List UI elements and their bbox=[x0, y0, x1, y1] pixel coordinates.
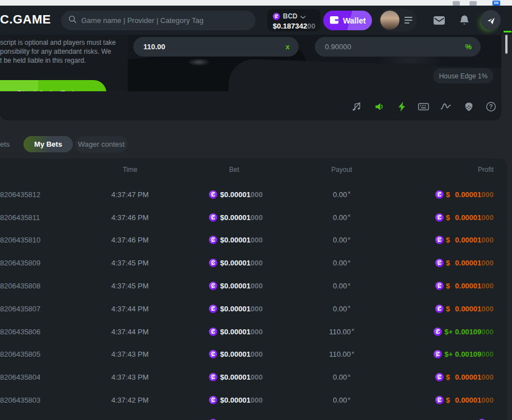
bet-amount: C $0.00001000 bbox=[209, 206, 263, 229]
bet-payout: 110.00× bbox=[302, 343, 381, 366]
bet-id: 8206435811 bbox=[0, 206, 40, 229]
browser-extension-icon[interactable] bbox=[469, 1, 477, 6]
bet-payout: 0.00× bbox=[302, 389, 381, 412]
bcd-coin-icon: C bbox=[434, 350, 442, 358]
bet-amount: C $0.00001000 bbox=[209, 274, 263, 297]
win-chance-input[interactable]: 0.90000 % bbox=[315, 37, 481, 57]
site-logo[interactable]: C.GAME bbox=[0, 12, 51, 27]
bcd-coin-icon: C bbox=[209, 236, 217, 244]
tab-my-bets[interactable]: My Bets bbox=[24, 136, 73, 152]
bet-payout: 0.00× bbox=[302, 274, 381, 297]
table-row[interactable]: 8206435807 4:37:44 PM C $0.00001000 0.00… bbox=[0, 297, 507, 320]
browser-extension-badge[interactable]: DE bbox=[492, 1, 500, 6]
table-row[interactable]: C C bbox=[0, 412, 507, 420]
turbo-icon[interactable] bbox=[396, 101, 407, 112]
svg-text:?: ? bbox=[489, 104, 492, 110]
bet-time: 4:37:47 PM bbox=[85, 183, 175, 206]
table-row[interactable]: 8206435811 4:37:46 PM C $0.00001000 0.00… bbox=[0, 206, 507, 229]
bet-profit: C $0.00001000 bbox=[435, 366, 494, 389]
wallet-button[interactable]: Wallet bbox=[323, 11, 372, 30]
bet-amount: C $0.00001000 bbox=[209, 320, 263, 343]
table-row[interactable]: 8206435805 4:37:43 PM C $0.00001000 110.… bbox=[0, 343, 507, 366]
wallet-button-label: Wallet bbox=[343, 16, 366, 25]
table-row[interactable]: 8206435810 4:37:46 PM C $0.00001000 0.00… bbox=[0, 229, 507, 252]
bet-profit: C $0.00001000 bbox=[435, 206, 494, 229]
bet-profit: C $0.00001000 bbox=[435, 229, 494, 252]
table-row[interactable]: 8206435803 4:37:42 PM C $0.00001000 0.00… bbox=[0, 389, 507, 412]
column-header-payout: Payout bbox=[302, 166, 381, 174]
chevron-down-icon bbox=[300, 11, 306, 21]
bet-payout: 0.00× bbox=[302, 229, 381, 252]
bet-time: 4:37:43 PM bbox=[85, 366, 175, 389]
game-toolbar: ? bbox=[0, 91, 501, 120]
bet-profit: C $+0.00109000 bbox=[434, 320, 494, 343]
sound-on-icon[interactable] bbox=[374, 101, 385, 112]
bet-amount: C $0.00001000 bbox=[209, 183, 263, 206]
help-icon[interactable]: ? bbox=[485, 101, 496, 112]
bcd-coin-icon: C bbox=[209, 373, 217, 381]
bet-payout: 0.00× bbox=[302, 251, 381, 274]
bell-icon[interactable] bbox=[459, 15, 469, 28]
bet-amount: C $0.00001000 bbox=[209, 229, 263, 252]
bcd-coin-icon: C bbox=[435, 213, 444, 222]
bcd-coin-icon: C bbox=[209, 213, 217, 222]
search-input[interactable]: Game name | Provider | Category Tag bbox=[61, 11, 255, 30]
bet-payout: 0.00× bbox=[302, 366, 381, 389]
bet-amount: C $0.00001000 bbox=[209, 251, 263, 274]
bcd-coin-icon: C bbox=[435, 396, 444, 404]
table-row[interactable]: 8206435806 4:37:44 PM C $0.00001000 110.… bbox=[0, 320, 507, 343]
bet-profit: C $+0.00109000 bbox=[434, 343, 494, 366]
table-header: Time Bet Payout Profit bbox=[0, 166, 507, 175]
bet-amount: C bbox=[209, 412, 220, 420]
bet-time: 4:37:45 PM bbox=[85, 251, 175, 274]
table-row[interactable]: 8206435808 4:37:45 PM C $0.00001000 0.00… bbox=[0, 274, 507, 297]
bet-id: 8206435812 bbox=[0, 183, 40, 206]
bcd-coin-icon: C bbox=[209, 259, 217, 267]
balance-selector[interactable]: C BCD $0.18734200 bbox=[267, 9, 320, 31]
profile-menu[interactable] bbox=[379, 9, 417, 31]
bet-id: 8206435808 bbox=[0, 274, 40, 297]
bet-payout bbox=[302, 412, 381, 420]
bcd-coin-icon: C bbox=[209, 396, 217, 404]
bet-profit: C bbox=[478, 412, 494, 420]
column-header-profit: Profit bbox=[478, 166, 494, 174]
bet-time: 4:37:43 PM bbox=[85, 343, 175, 366]
table-row[interactable]: 8206435809 4:37:45 PM C $0.00001000 0.00… bbox=[0, 251, 507, 274]
canvas-rock bbox=[184, 57, 214, 67]
mail-icon[interactable] bbox=[433, 16, 445, 27]
chat-disabled-icon[interactable] bbox=[481, 10, 501, 30]
bcd-coin-icon: C bbox=[435, 259, 444, 267]
tab-all-bets[interactable]: ets bbox=[0, 140, 10, 148]
bet-list-icon[interactable] bbox=[404, 17, 412, 25]
bet-time: 4:37:44 PM bbox=[85, 320, 175, 343]
bet-time: 4:37:45 PM bbox=[85, 274, 175, 297]
hotkeys-icon[interactable] bbox=[418, 101, 429, 112]
bet-payout: 0.00× bbox=[302, 206, 381, 229]
table-row[interactable]: 8206435812 4:37:47 PM C $0.00001000 0.00… bbox=[0, 183, 507, 206]
bcd-coin-icon: C bbox=[209, 350, 217, 358]
search-placeholder: Game name | Provider | Category Tag bbox=[81, 16, 203, 25]
table-row[interactable]: 8206435804 4:37:43 PM C $0.00001000 0.00… bbox=[0, 366, 507, 389]
bcd-coin-icon: C bbox=[434, 328, 442, 336]
payout-input[interactable]: 110.00 x bbox=[133, 37, 299, 57]
live-stats-icon[interactable] bbox=[440, 101, 452, 112]
bcd-coin-icon: C bbox=[273, 13, 280, 20]
seed-icon[interactable] bbox=[463, 101, 474, 112]
balance-amount-dim: 00 bbox=[307, 22, 315, 30]
bet-id: 8206435804 bbox=[0, 366, 40, 389]
scrollbar-thumb[interactable] bbox=[505, 35, 508, 54]
top-navbar: C.GAME Game name | Provider | Category T… bbox=[0, 6, 512, 35]
bet-time: 4:37:44 PM bbox=[85, 297, 175, 320]
balance-amount: $0.187342 bbox=[273, 22, 307, 30]
my-bets-table: Time Bet Payout Profit 8206435812 4:37:4… bbox=[0, 158, 507, 420]
avatar[interactable] bbox=[380, 11, 399, 30]
bet-payout: 110.00× bbox=[302, 320, 381, 343]
browser-extension-icon[interactable] bbox=[453, 1, 460, 6]
column-header-bet: Bet bbox=[201, 166, 268, 174]
bet-id: 8206435806 bbox=[0, 320, 40, 343]
bet-profit: C $0.00001000 bbox=[435, 251, 494, 274]
bet-id: 8206435805 bbox=[0, 343, 40, 366]
table-body: 8206435812 4:37:47 PM C $0.00001000 0.00… bbox=[0, 183, 507, 420]
tab-wager-contest[interactable]: Wager contest bbox=[75, 136, 128, 152]
music-off-icon[interactable] bbox=[351, 101, 362, 112]
